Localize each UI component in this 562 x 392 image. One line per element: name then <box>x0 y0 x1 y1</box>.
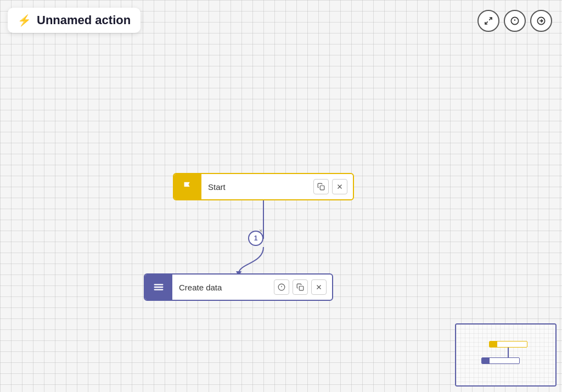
list-icon <box>153 281 165 293</box>
minimap-start-icon <box>490 341 497 347</box>
canvas: Start 1 × <box>0 0 562 392</box>
info-button[interactable] <box>504 10 526 32</box>
create-data-info-button[interactable] <box>274 279 289 295</box>
create-data-node-label: Create data <box>172 283 274 292</box>
title-badge[interactable]: ⚡ Unnamed action <box>8 8 140 33</box>
minimap-start-node <box>489 341 527 348</box>
flag-icon <box>182 181 194 193</box>
top-controls <box>477 10 552 32</box>
send-button[interactable] <box>530 10 552 32</box>
start-node-actions <box>313 179 353 194</box>
bolt-icon: ⚡ <box>18 14 31 27</box>
minimap-canvas <box>456 324 555 385</box>
minimap-create-node <box>481 357 520 364</box>
start-node: Start <box>173 173 354 200</box>
create-data-node-actions <box>274 279 332 295</box>
create-data-node-icon <box>145 275 172 300</box>
svg-rect-11 <box>299 286 304 290</box>
create-data-node: Create data <box>144 273 333 301</box>
svg-rect-2 <box>320 186 324 190</box>
create-data-close-button[interactable] <box>311 279 327 295</box>
expand-button[interactable] <box>477 10 499 32</box>
create-data-copy-button[interactable] <box>293 279 308 295</box>
start-copy-button[interactable] <box>313 179 329 194</box>
connector-badge-close[interactable]: × <box>259 227 262 234</box>
minimap-connector <box>508 348 509 357</box>
page-title: Unnamed action <box>37 13 131 27</box>
minimap[interactable] <box>455 323 557 387</box>
start-close-button[interactable] <box>332 179 347 194</box>
start-node-label: Start <box>201 182 313 192</box>
minimap-create-icon <box>482 358 490 363</box>
start-node-icon <box>174 174 201 199</box>
